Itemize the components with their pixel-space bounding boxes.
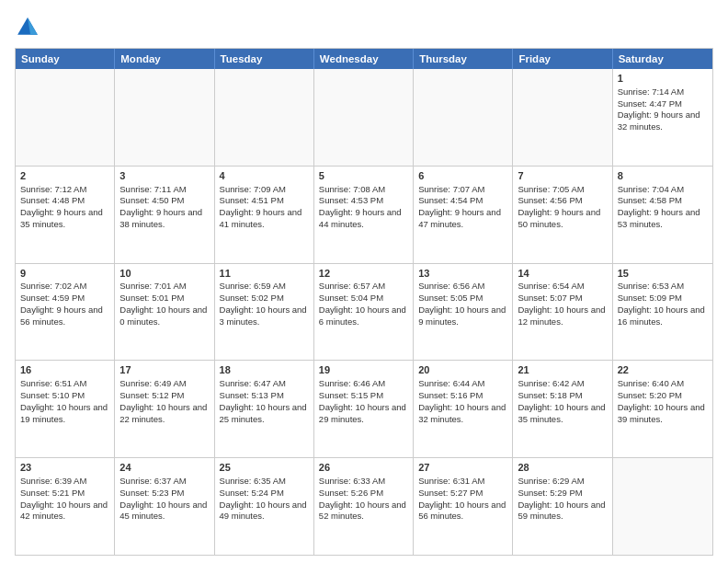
- day-info: Sunrise: 7:02 AM Sunset: 4:59 PM Dayligh…: [20, 281, 103, 326]
- day-info: Sunrise: 6:29 AM Sunset: 5:29 PM Dayligh…: [518, 476, 605, 521]
- day-number: 18: [220, 363, 309, 377]
- calendar-cell-14: 14Sunrise: 6:54 AM Sunset: 5:07 PM Dayli…: [513, 264, 612, 361]
- calendar-cell-12: 12Sunrise: 6:57 AM Sunset: 5:04 PM Dayli…: [314, 264, 414, 361]
- day-info: Sunrise: 7:09 AM Sunset: 4:51 PM Dayligh…: [220, 184, 302, 229]
- day-number: 28: [518, 461, 607, 475]
- day-info: Sunrise: 6:54 AM Sunset: 5:07 PM Dayligh…: [518, 281, 605, 326]
- weekday-header-monday: Monday: [115, 49, 214, 69]
- calendar-cell-empty-0-4: [414, 69, 513, 166]
- day-number: 26: [319, 461, 408, 475]
- day-info: Sunrise: 7:08 AM Sunset: 4:53 PM Dayligh…: [319, 184, 402, 229]
- day-number: 13: [418, 267, 507, 281]
- day-info: Sunrise: 6:35 AM Sunset: 5:24 PM Dayligh…: [220, 476, 307, 521]
- day-info: Sunrise: 6:51 AM Sunset: 5:10 PM Dayligh…: [20, 378, 108, 423]
- calendar-header: SundayMondayTuesdayWednesdayThursdayFrid…: [16, 49, 712, 69]
- calendar-cell-3: 3Sunrise: 7:11 AM Sunset: 4:50 PM Daylig…: [115, 167, 214, 263]
- calendar-cell-22: 22Sunrise: 6:40 AM Sunset: 5:20 PM Dayli…: [613, 361, 712, 457]
- day-info: Sunrise: 6:44 AM Sunset: 5:16 PM Dayligh…: [418, 378, 506, 423]
- day-info: Sunrise: 6:53 AM Sunset: 5:09 PM Dayligh…: [618, 281, 705, 326]
- day-info: Sunrise: 6:47 AM Sunset: 5:13 PM Dayligh…: [220, 378, 307, 423]
- calendar-cell-empty-0-3: [314, 69, 414, 166]
- day-number: 4: [220, 169, 309, 183]
- day-info: Sunrise: 6:49 AM Sunset: 5:12 PM Dayligh…: [119, 378, 207, 423]
- calendar-cell-10: 10Sunrise: 7:01 AM Sunset: 5:01 PM Dayli…: [115, 264, 214, 361]
- calendar-row-1: 2Sunrise: 7:12 AM Sunset: 4:48 PM Daylig…: [16, 166, 712, 263]
- calendar-row-0: 1Sunrise: 7:14 AM Sunset: 4:47 PM Daylig…: [16, 69, 712, 166]
- day-number: 1: [618, 72, 708, 86]
- day-info: Sunrise: 7:07 AM Sunset: 4:54 PM Dayligh…: [418, 184, 501, 229]
- calendar-cell-8: 8Sunrise: 7:04 AM Sunset: 4:58 PM Daylig…: [613, 167, 712, 263]
- calendar-cell-19: 19Sunrise: 6:46 AM Sunset: 5:15 PM Dayli…: [314, 361, 414, 457]
- calendar-cell-empty-4-6: [613, 458, 712, 555]
- day-number: 9: [20, 267, 109, 281]
- calendar-cell-28: 28Sunrise: 6:29 AM Sunset: 5:29 PM Dayli…: [513, 458, 612, 555]
- calendar-cell-13: 13Sunrise: 6:56 AM Sunset: 5:05 PM Dayli…: [414, 264, 513, 361]
- day-number: 14: [518, 267, 607, 281]
- day-number: 8: [618, 169, 708, 183]
- day-info: Sunrise: 6:31 AM Sunset: 5:27 PM Dayligh…: [418, 476, 506, 521]
- day-info: Sunrise: 6:59 AM Sunset: 5:02 PM Dayligh…: [220, 281, 307, 326]
- day-info: Sunrise: 7:14 AM Sunset: 4:47 PM Dayligh…: [618, 86, 700, 132]
- calendar-cell-23: 23Sunrise: 6:39 AM Sunset: 5:21 PM Dayli…: [16, 458, 115, 555]
- calendar-row-3: 16Sunrise: 6:51 AM Sunset: 5:10 PM Dayli…: [16, 360, 712, 457]
- day-number: 19: [319, 363, 408, 377]
- weekday-header-saturday: Saturday: [613, 49, 712, 69]
- day-info: Sunrise: 6:56 AM Sunset: 5:05 PM Dayligh…: [418, 281, 506, 326]
- weekday-header-sunday: Sunday: [16, 49, 115, 69]
- calendar-cell-18: 18Sunrise: 6:47 AM Sunset: 5:13 PM Dayli…: [215, 361, 314, 457]
- day-number: 2: [20, 169, 109, 183]
- day-number: 10: [119, 267, 209, 281]
- day-info: Sunrise: 6:40 AM Sunset: 5:20 PM Dayligh…: [618, 378, 705, 423]
- calendar-cell-empty-0-5: [513, 69, 612, 166]
- day-number: 24: [119, 461, 209, 475]
- day-number: 27: [418, 461, 507, 475]
- day-number: 15: [618, 267, 708, 281]
- day-info: Sunrise: 7:04 AM Sunset: 4:58 PM Dayligh…: [618, 184, 700, 229]
- day-info: Sunrise: 7:01 AM Sunset: 5:01 PM Dayligh…: [119, 281, 207, 326]
- calendar-cell-15: 15Sunrise: 6:53 AM Sunset: 5:09 PM Dayli…: [613, 264, 712, 361]
- calendar-cell-27: 27Sunrise: 6:31 AM Sunset: 5:27 PM Dayli…: [414, 458, 513, 555]
- weekday-header-thursday: Thursday: [414, 49, 513, 69]
- day-number: 6: [418, 169, 507, 183]
- calendar-cell-6: 6Sunrise: 7:07 AM Sunset: 4:54 PM Daylig…: [414, 167, 513, 263]
- day-info: Sunrise: 6:33 AM Sunset: 5:26 PM Dayligh…: [319, 476, 406, 521]
- day-number: 20: [418, 363, 507, 377]
- day-number: 23: [20, 461, 109, 475]
- day-number: 12: [319, 267, 408, 281]
- calendar-cell-5: 5Sunrise: 7:08 AM Sunset: 4:53 PM Daylig…: [314, 167, 414, 263]
- day-number: 5: [319, 169, 408, 183]
- calendar-cell-empty-0-1: [115, 69, 214, 166]
- day-number: 21: [518, 363, 607, 377]
- day-info: Sunrise: 6:46 AM Sunset: 5:15 PM Dayligh…: [319, 378, 406, 423]
- logo-icon: [15, 15, 40, 40]
- day-info: Sunrise: 6:39 AM Sunset: 5:21 PM Dayligh…: [20, 476, 108, 521]
- calendar-cell-empty-0-2: [215, 69, 314, 166]
- calendar-cell-2: 2Sunrise: 7:12 AM Sunset: 4:48 PM Daylig…: [16, 167, 115, 263]
- calendar: SundayMondayTuesdayWednesdayThursdayFrid…: [15, 48, 713, 556]
- day-info: Sunrise: 7:12 AM Sunset: 4:48 PM Dayligh…: [20, 184, 103, 229]
- calendar-cell-9: 9Sunrise: 7:02 AM Sunset: 4:59 PM Daylig…: [16, 264, 115, 361]
- calendar-cell-17: 17Sunrise: 6:49 AM Sunset: 5:12 PM Dayli…: [115, 361, 214, 457]
- day-info: Sunrise: 6:37 AM Sunset: 5:23 PM Dayligh…: [119, 476, 207, 521]
- calendar-cell-1: 1Sunrise: 7:14 AM Sunset: 4:47 PM Daylig…: [613, 69, 712, 166]
- day-number: 22: [618, 363, 708, 377]
- calendar-row-2: 9Sunrise: 7:02 AM Sunset: 4:59 PM Daylig…: [16, 263, 712, 361]
- calendar-cell-24: 24Sunrise: 6:37 AM Sunset: 5:23 PM Dayli…: [115, 458, 214, 555]
- calendar-cell-21: 21Sunrise: 6:42 AM Sunset: 5:18 PM Dayli…: [513, 361, 612, 457]
- day-number: 17: [119, 363, 209, 377]
- calendar-cell-4: 4Sunrise: 7:09 AM Sunset: 4:51 PM Daylig…: [215, 167, 314, 263]
- calendar-cell-11: 11Sunrise: 6:59 AM Sunset: 5:02 PM Dayli…: [215, 264, 314, 361]
- day-info: Sunrise: 6:57 AM Sunset: 5:04 PM Dayligh…: [319, 281, 406, 326]
- day-info: Sunrise: 6:42 AM Sunset: 5:18 PM Dayligh…: [518, 378, 605, 423]
- header: [15, 15, 713, 40]
- calendar-cell-26: 26Sunrise: 6:33 AM Sunset: 5:26 PM Dayli…: [314, 458, 414, 555]
- day-info: Sunrise: 7:11 AM Sunset: 4:50 PM Dayligh…: [119, 184, 202, 229]
- calendar-row-4: 23Sunrise: 6:39 AM Sunset: 5:21 PM Dayli…: [16, 457, 712, 555]
- calendar-body: 1Sunrise: 7:14 AM Sunset: 4:47 PM Daylig…: [16, 69, 712, 555]
- logo: [15, 15, 44, 40]
- day-number: 7: [518, 169, 607, 183]
- calendar-cell-empty-0-0: [16, 69, 115, 166]
- day-number: 25: [220, 461, 309, 475]
- calendar-cell-16: 16Sunrise: 6:51 AM Sunset: 5:10 PM Dayli…: [16, 361, 115, 457]
- weekday-header-tuesday: Tuesday: [215, 49, 314, 69]
